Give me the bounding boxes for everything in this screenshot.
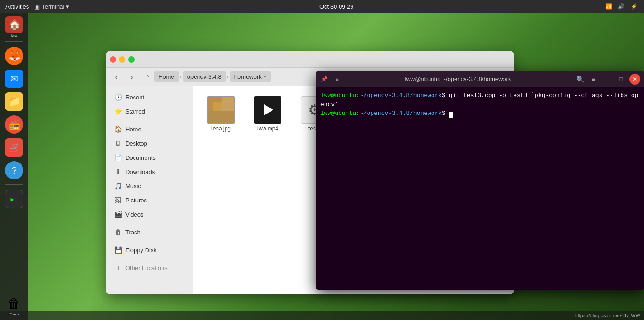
dock-item-firefox[interactable]: 🦊: [4, 45, 25, 66]
bottom-bar: https://blog.csdn.net/CNLWW: [0, 311, 644, 320]
file-manager-sidebar: 🕐 Recent ⭐ Starred 🏠 Home 🖥 Desktop 📄 Do…: [106, 86, 193, 294]
terminal-search-button[interactable]: 🔍: [574, 74, 585, 85]
terminal-pin-icon[interactable]: 📌: [319, 75, 329, 84]
lww-mp4-thumbnail: [254, 96, 281, 124]
breadcrumb-opencv[interactable]: opencv-3.4.8: [183, 71, 226, 82]
breadcrumb-sep-2: ›: [227, 74, 229, 80]
svg-rect-3: [208, 111, 235, 124]
sidebar-item-home[interactable]: 🏠 Home: [108, 122, 191, 136]
dock-separator-2: [5, 184, 23, 185]
breadcrumb-sep-1: ›: [180, 74, 182, 80]
radio-icon: 📻: [5, 115, 23, 134]
dock-item-home[interactable]: 🏠 lww: [4, 16, 25, 38]
file-name-lena-jpg: lena.jpg: [211, 125, 231, 132]
dock-item-help[interactable]: ?: [4, 160, 25, 181]
terminal-maximize-button[interactable]: □: [616, 74, 627, 85]
firefox-icon: 🦊: [5, 47, 23, 65]
terminal-app-indicator: ▣ Terminal ▾: [34, 3, 69, 10]
terminal-content[interactable]: lww@ubuntu:~/opencv-3.4.8/homework$ g++ …: [316, 87, 644, 290]
sidebar-item-documents[interactable]: 📄 Documents: [108, 151, 191, 164]
trash-sidebar-icon: 🗑: [114, 228, 122, 236]
terminal-window: 📌 ≡ lww@ubuntu: ~/opencv-3.4.8/homework …: [316, 71, 644, 290]
terminal-hamburger-button[interactable]: ≡: [588, 74, 599, 85]
starred-icon: ⭐: [114, 108, 122, 115]
sidebar-item-starred[interactable]: ⭐ Starred: [108, 104, 191, 118]
top-bar-left: Activities ▣ Terminal ▾: [5, 3, 69, 10]
lena-jpg-thumbnail: [207, 96, 235, 124]
pictures-icon: 🖼: [114, 196, 122, 204]
breadcrumb-home[interactable]: Home: [154, 71, 179, 82]
svg-rect-2: [213, 102, 222, 111]
file-manager-titlebar: ✕ – □: [106, 51, 514, 68]
file-name-lww-mp4: lww.mp4: [257, 125, 278, 132]
terminal-command-2: $: [442, 110, 449, 117]
home-nav-icon[interactable]: ⌂: [141, 71, 154, 83]
lww-mp4-icon: [254, 96, 281, 124]
dock-item-files[interactable]: 📁: [4, 91, 25, 112]
sidebar-item-trash[interactable]: 🗑 Trash: [108, 225, 191, 239]
sidebar-item-downloads[interactable]: ⬇ Downloads: [108, 165, 191, 179]
file-item-lena-jpg[interactable]: lena.jpg: [200, 93, 242, 135]
terminal-path-1: ~/opencv-3.4.8/homework: [360, 92, 442, 99]
file-manager-minimize-button[interactable]: –: [119, 56, 125, 63]
sidebar-item-other-locations[interactable]: + Other Locations: [108, 261, 191, 275]
dock-separator-1: [5, 41, 23, 42]
trash-icon: 🗑: [5, 295, 23, 312]
tray-network-icon[interactable]: 📶: [604, 2, 613, 11]
terminal-titlebar-left: 📌 ≡: [319, 75, 341, 84]
file-item-lww-mp4[interactable]: lww.mp4: [247, 93, 288, 135]
dock: 🏠 lww 🦊 ✉ 📁 📻 🛒 ? ▶_: [0, 13, 28, 320]
downloads-icon: ⬇: [114, 168, 122, 175]
dock-item-thunderbird[interactable]: ✉: [4, 68, 25, 89]
terminal-icon: ▶_: [5, 190, 23, 208]
dock-item-trash[interactable]: 🗑 Trash: [4, 295, 25, 316]
terminal-menu-icon[interactable]: ≡: [332, 75, 341, 84]
sidebar-item-recent[interactable]: 🕐 Recent: [108, 90, 191, 104]
breadcrumb-homework[interactable]: homework ▾: [230, 71, 271, 82]
top-bar: Activities ▣ Terminal ▾ Oct 30 09:29 📶 🔊…: [0, 0, 644, 13]
nav-forward-button[interactable]: ›: [125, 71, 138, 83]
terminal-titlebar: 📌 ≡ lww@ubuntu: ~/opencv-3.4.8/homework …: [316, 71, 644, 87]
tray-power-icon[interactable]: ⚡: [629, 2, 639, 11]
terminal-window-icon: ▣: [34, 3, 40, 10]
file-manager-maximize-button[interactable]: □: [128, 56, 135, 63]
documents-icon: 📄: [114, 154, 122, 161]
nav-back-button[interactable]: ‹: [110, 71, 123, 83]
recent-icon: 🕐: [114, 93, 122, 101]
help-icon: ?: [5, 161, 23, 179]
dock-item-radio[interactable]: 📻: [4, 114, 25, 135]
sidebar-item-videos[interactable]: 🎬 Videos: [108, 207, 191, 221]
sidebar-item-pictures[interactable]: 🖼 Pictures: [108, 193, 191, 207]
sidebar-item-floppy[interactable]: 💾 Floppy Disk: [108, 243, 191, 257]
appcenter-icon: 🛒: [5, 138, 23, 157]
terminal-titlebar-right: 🔍 ≡ – □ ✕: [574, 74, 640, 85]
files-icon: 📁: [5, 92, 23, 111]
terminal-prompt-2: lww@ubuntu:: [320, 110, 360, 117]
terminal-cursor: [449, 112, 453, 118]
lena-jpg-icon: [207, 96, 235, 124]
music-icon: 🎵: [114, 182, 122, 190]
sidebar-separator-4: [110, 259, 189, 259]
terminal-minimize-button[interactable]: –: [602, 74, 613, 85]
add-location-icon: +: [114, 264, 122, 271]
file-manager-close-button[interactable]: ✕: [110, 56, 116, 63]
terminal-line-2: lww@ubuntu:~/opencv-3.4.8/homework$: [320, 109, 639, 118]
sidebar-item-music[interactable]: 🎵 Music: [108, 179, 191, 193]
sidebar-item-desktop[interactable]: 🖥 Desktop: [108, 136, 191, 150]
desktop-icon: 🖥: [114, 140, 122, 147]
tray-sound-icon[interactable]: 🔊: [617, 2, 626, 11]
sidebar-separator-1: [110, 120, 189, 120]
videos-icon: 🎬: [114, 211, 122, 218]
bottom-bar-url: https://blog.csdn.net/CNLWW: [575, 313, 640, 318]
dock-item-terminal[interactable]: ▶_: [4, 189, 25, 210]
terminal-path-2: ~/opencv-3.4.8/homework: [360, 110, 442, 117]
sidebar-separator-2: [110, 223, 189, 223]
home-folder-icon: 🏠: [5, 16, 23, 33]
dock-item-appcenter[interactable]: 🛒: [4, 137, 25, 158]
home-icon: 🏠: [114, 125, 122, 133]
terminal-title: lww@ubuntu: ~/opencv-3.4.8/homework: [341, 76, 574, 82]
terminal-close-button[interactable]: ✕: [629, 74, 640, 85]
floppy-icon: 💾: [114, 246, 122, 254]
activities-button[interactable]: Activities: [5, 3, 29, 10]
dock-label-lww: lww: [11, 33, 17, 38]
